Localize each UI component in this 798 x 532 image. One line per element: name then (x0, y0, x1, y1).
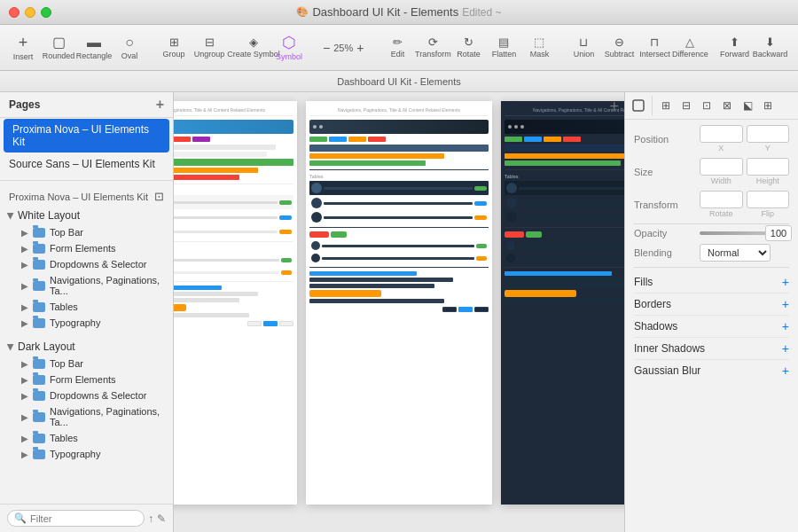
dark-typography-label: Typography (50, 449, 100, 459)
minimize-button[interactable] (25, 7, 35, 18)
flatten-button[interactable]: ▤ Flatten (488, 34, 520, 61)
layer-item-dark-typography[interactable]: ▶ Typography (0, 446, 173, 462)
layers-section-title: Proxima Nova – UI Elements Kit (9, 192, 148, 202)
oval-label: Oval (121, 51, 138, 60)
sidebar-bottom: 🔍 ↑ ✎ (0, 504, 173, 532)
layers-options-button[interactable]: ⊡ (154, 190, 164, 203)
opacity-slider[interactable] (700, 231, 789, 235)
layer-item-dropdowns[interactable]: ▶ Dropdowns & Selector (0, 256, 173, 272)
align-top-button[interactable]: ⊠ (717, 96, 737, 115)
ungroup-button[interactable]: ⊟ Ungroup (193, 34, 225, 61)
opacity-label: Opacity (634, 228, 694, 239)
layer-item-dark-navigations[interactable]: ▶ Navigations, Paginations, Ta... (0, 403, 173, 430)
rectangle-button[interactable]: ▬ Rectangle (78, 33, 110, 63)
y-input[interactable] (747, 125, 790, 143)
align-left-button[interactable]: ⊞ (656, 96, 676, 115)
mask-button[interactable]: ⬚ Mask (523, 34, 555, 61)
union-button[interactable]: ⊔ Union (567, 34, 599, 61)
dark-typography-chevron: ▶ (21, 450, 28, 459)
align-center-button[interactable]: ⊟ (677, 96, 696, 115)
dark-layout-chevron: ▶ (6, 343, 16, 350)
dropdowns-label: Dropdowns & Selector (50, 259, 146, 270)
search-input[interactable] (30, 513, 137, 524)
close-button[interactable] (9, 7, 20, 18)
edit-button[interactable]: ✏ Edit (381, 34, 413, 61)
oval-button[interactable]: ○ Oval (113, 33, 145, 63)
form-elements-chevron: ▶ (21, 244, 28, 254)
page-item-proxima[interactable]: Proxima Nova – UI Elements Kit (4, 119, 169, 153)
flip-label: Flip (747, 209, 790, 218)
align-middle-button[interactable]: ⬕ (738, 96, 757, 115)
create-symbol-button[interactable]: ◈ Create Symbol (238, 34, 270, 61)
export-icon[interactable]: ↑ (148, 512, 153, 525)
intersect-button[interactable]: ⊓ Intersect (638, 34, 670, 61)
align-right-button[interactable]: ⊡ (697, 96, 716, 115)
maximize-button[interactable] (41, 7, 51, 18)
create-symbol-label: Create Symbol (227, 50, 280, 59)
x-input[interactable] (700, 125, 743, 143)
transform-button[interactable]: ⟳ Transform (417, 34, 449, 61)
forward-icon: ⬆ (730, 36, 739, 48)
transform-label: Transform (634, 200, 694, 210)
rs-tab-style[interactable] (629, 96, 648, 115)
edit-layers-icon[interactable]: ✎ (157, 512, 166, 525)
white-layout-header[interactable]: ▶ White Layout (0, 207, 173, 224)
rounded-label: Rounded (43, 51, 75, 60)
panel-label-1: Navigations, Paginations, Title & All Co… (174, 105, 293, 116)
width-input[interactable] (700, 158, 743, 176)
dark-layout-header[interactable]: ▶ Dark Layout (0, 338, 173, 356)
difference-icon: △ (685, 36, 694, 48)
layer-item-dark-form-elements[interactable]: ▶ Form Elements (0, 372, 173, 387)
edit-label: Edit (391, 50, 405, 59)
symbol-label: Symbol (276, 52, 302, 61)
gaussian-blur-add-button[interactable]: + (782, 364, 789, 378)
rotate-input[interactable] (700, 191, 743, 208)
inner-shadows-add-button[interactable]: + (782, 341, 789, 356)
group-button[interactable]: ⊞ Group (158, 34, 190, 61)
height-input[interactable] (747, 158, 790, 176)
layer-item-top-bar[interactable]: ▶ Top Bar (0, 224, 173, 240)
layer-item-typography[interactable]: ▶ Typography (0, 315, 173, 331)
page-item-source[interactable]: Source Sans – UI Elements Kit (0, 153, 173, 175)
backward-button[interactable]: ⬇ Backward (754, 34, 786, 61)
zoom-level: 25% (333, 43, 353, 53)
layer-item-tables[interactable]: ▶ Tables (0, 299, 173, 315)
transform-icon: ⟳ (428, 36, 438, 48)
align-bottom-button[interactable]: ⊞ (758, 96, 778, 115)
panel-content-white-2: Navigations, Paginations, Title & All Co… (306, 101, 492, 505)
align-section: ⊞ ⊟ ⊡ ⊠ ⬕ ⊞ (652, 96, 778, 115)
pages-title: Pages (9, 98, 40, 111)
layer-item-dark-dropdowns[interactable]: ▶ Dropdowns & Selector (0, 387, 173, 403)
zoom-in-button[interactable]: + (355, 41, 365, 55)
layer-item-navigations[interactable]: ▶ Navigations, Paginations, Ta... (0, 272, 173, 299)
tables-label: Tables (50, 301, 78, 312)
dropdowns-folder-icon (33, 260, 45, 270)
subtract-button[interactable]: ⊖ Subtract (603, 34, 635, 61)
forward-button[interactable]: ⬆ Forward (718, 34, 750, 61)
canvas-area[interactable]: Navigations, Paginations, Title & All Co… (174, 92, 624, 532)
insert-button[interactable]: + Insert (7, 32, 39, 64)
shadows-add-button[interactable]: + (782, 319, 789, 333)
opacity-value-input[interactable] (765, 225, 792, 241)
gaussian-blur-label: Gaussian Blur (634, 364, 700, 377)
blending-select[interactable]: Normal (700, 244, 771, 262)
flip-input[interactable] (747, 191, 790, 208)
rounded-button[interactable]: ▢ Rounded (43, 33, 74, 63)
x-label: X (700, 144, 743, 153)
add-page-button[interactable]: + (156, 98, 164, 112)
rotate-button[interactable]: ↻ Rotate (452, 34, 484, 61)
pages-list: Proxima Nova – UI Elements Kit Source Sa… (0, 118, 173, 175)
dark-dropdowns-chevron: ▶ (21, 391, 28, 401)
transform-inputs: Rotate Flip (700, 191, 789, 218)
borders-add-button[interactable]: + (782, 297, 789, 311)
layer-item-form-elements[interactable]: ▶ Form Elements (0, 240, 173, 256)
layer-item-dark-tables[interactable]: ▶ Tables (0, 430, 173, 446)
layer-item-dark-top-bar[interactable]: ▶ Top Bar (0, 356, 173, 372)
sim-dark-nav-1 (309, 120, 489, 134)
fills-add-button[interactable]: + (782, 275, 789, 289)
zoom-out-button[interactable]: − (321, 41, 332, 55)
sidebar-spacer (0, 462, 173, 504)
difference-button[interactable]: △ Difference (674, 34, 706, 61)
canvas-add-button[interactable]: + (609, 98, 619, 116)
symbol-button[interactable]: ⬡ Symbol (273, 32, 305, 64)
